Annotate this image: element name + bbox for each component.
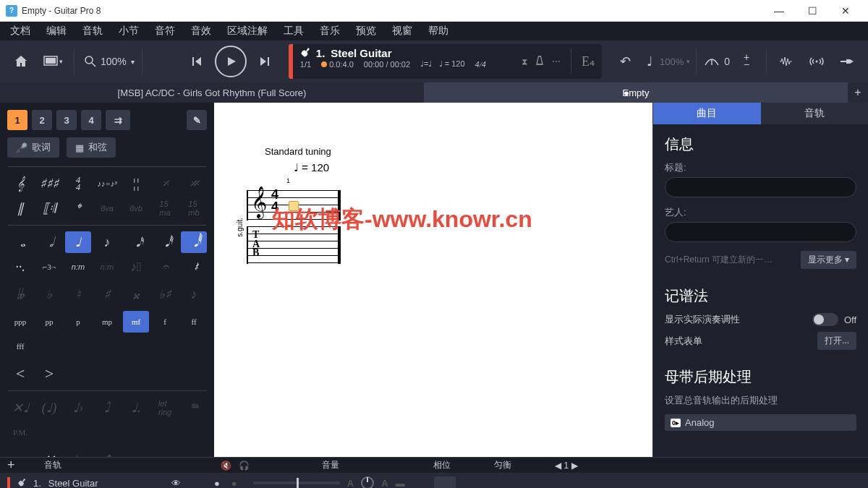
dot-button[interactable]: ∙∙. — [7, 256, 33, 278]
ppp-button[interactable]: ppp — [7, 311, 33, 333]
rasgueado-button[interactable]: x — [123, 449, 149, 457]
ntuplet-button[interactable]: n:m — [65, 256, 91, 278]
mf-button[interactable]: mf — [123, 311, 149, 333]
triplet-feel-button[interactable]: ♪♪=♪³ — [94, 173, 120, 194]
decrescendo-button[interactable]: > — [36, 363, 62, 385]
title-input[interactable] — [665, 177, 856, 197]
voice-4-button[interactable]: 4 — [81, 110, 101, 130]
menu-window[interactable]: 视窗 — [389, 23, 415, 39]
artist-input[interactable] — [665, 222, 856, 242]
collapse-left-icon[interactable]: ◀ — [555, 461, 561, 471]
lyrics-button[interactable]: 🎤 歌词 — [7, 137, 59, 158]
speed-value[interactable]: 100% — [660, 56, 684, 67]
double-sharp-button[interactable]: 𝄪 — [123, 283, 149, 305]
pp-button[interactable]: pp — [36, 311, 62, 333]
voice-1-button[interactable]: 1 — [7, 110, 27, 130]
pan-knob[interactable] — [361, 476, 374, 488]
maximize-button[interactable]: ☐ — [796, 0, 829, 22]
menu-edit[interactable]: 编辑 — [43, 23, 69, 39]
quindicesima-button[interactable]: 15ma — [152, 197, 178, 219]
multivoice-button[interactable]: ⇉ — [106, 110, 130, 130]
clef-button[interactable]: 𝄞 — [7, 173, 33, 194]
zoom-dropdown-icon[interactable]: ▾ — [131, 58, 135, 66]
automation-vol-icon[interactable]: A — [347, 478, 354, 489]
tab-document-1[interactable]: [MSB] AC/DC - Girls Got Rhythm (Full Sco… — [0, 82, 424, 103]
dead-note-button[interactable]: ✕♩ — [7, 397, 33, 419]
tuner-icon[interactable] — [702, 48, 721, 75]
whole-note-button[interactable]: 𝅝 — [7, 231, 33, 253]
barline-button[interactable]: ‖ — [7, 197, 33, 219]
eq-button[interactable]: ▬ — [396, 478, 405, 489]
tempo-display[interactable]: ♩=♩ ♩ = 120 — [420, 59, 465, 69]
zoom-value[interactable]: 100% — [101, 56, 127, 67]
menu-file[interactable]: 文档 — [7, 23, 33, 39]
mixer-track-1[interactable]: 1. Steel Guitar 👁 ● ● A A ▬ — [0, 474, 868, 488]
volume-slider[interactable] — [253, 481, 340, 484]
menu-note[interactable]: 音符 — [152, 23, 178, 39]
accent-button[interactable]: ♩› — [65, 397, 91, 419]
coda-button[interactable]: 𝄌 — [65, 197, 91, 219]
transpose-toggle[interactable] — [812, 313, 838, 326]
fff-button[interactable]: fff — [7, 335, 33, 357]
menu-bar[interactable]: 小节 — [116, 23, 142, 39]
accidental-toggle-button[interactable]: ♭♯ — [152, 283, 178, 305]
home-button[interactable] — [7, 48, 35, 75]
instrument-slot[interactable] — [434, 476, 456, 488]
keysig-button[interactable]: ♯♯♯ — [36, 173, 62, 194]
menu-sound[interactable]: 音乐 — [317, 23, 343, 39]
automation-pan-icon[interactable]: A — [381, 478, 388, 489]
menu-tools[interactable]: 工具 — [281, 23, 307, 39]
wide-vibrato-button[interactable]: 〰〰 — [181, 449, 207, 457]
fermata-button[interactable]: 𝄐 — [152, 256, 178, 278]
mastering-preset[interactable]: Analog — [685, 417, 714, 428]
add-track-button[interactable]: + — [7, 458, 15, 473]
mp-button[interactable]: mp — [94, 311, 120, 333]
ottava-bassa-button[interactable]: 8vb — [123, 197, 149, 219]
zoom-icon[interactable] — [82, 48, 99, 75]
free-time-button[interactable]: ¦¦ — [123, 173, 149, 194]
rewind-button[interactable] — [183, 48, 210, 75]
inspector-tab-song[interactable]: 曲目 — [653, 103, 761, 124]
broadcast-icon[interactable] — [803, 48, 830, 75]
x-note-button[interactable]: ✕ — [36, 449, 62, 457]
show-more-button[interactable]: 显示更多 ▾ — [801, 251, 856, 269]
tuplet-button[interactable]: ⌐3¬ — [36, 256, 62, 278]
natural-button[interactable]: ♮ — [65, 283, 91, 305]
repeat-button[interactable]: ⟦𝄇 — [36, 197, 62, 219]
forward-button[interactable] — [251, 48, 278, 75]
double-flat-button[interactable]: 𝄫 — [7, 283, 33, 305]
menu-section[interactable]: 区域注解 — [224, 23, 271, 39]
waveform-icon[interactable] — [773, 48, 800, 75]
vibrato-button[interactable]: 〰 — [152, 449, 178, 457]
speed-note-icon[interactable]: ♩ — [642, 48, 657, 75]
menu-track[interactable]: 音轨 — [80, 23, 106, 39]
sixteenth-note-button[interactable]: 𝅘𝅥𝅯 — [123, 231, 149, 253]
rest-button[interactable]: 𝄽 — [181, 256, 207, 278]
track-name[interactable]: Steel Guitar — [331, 47, 391, 59]
brush-up-button[interactable]: ↟ — [94, 449, 120, 457]
heavy-accent-button[interactable]: ♩̂ — [94, 397, 120, 419]
tie-button[interactable]: ⌣ — [7, 449, 33, 457]
menu-view[interactable]: 预览 — [353, 23, 379, 39]
quindicesima-bassa-button[interactable]: 15mb — [181, 197, 207, 219]
sharp-button[interactable]: ♯ — [94, 283, 120, 305]
design-mode-button[interactable]: ✎ — [187, 110, 207, 130]
f-button[interactable]: f — [152, 311, 178, 333]
crescendo-button[interactable]: < — [7, 363, 33, 385]
transpose-button[interactable]: +− — [733, 48, 760, 75]
solo-button[interactable]: ● — [231, 478, 246, 489]
hourglass-icon[interactable]: ⧗ — [522, 56, 527, 67]
capo-value[interactable]: 0 — [724, 56, 730, 67]
quarter-note-button[interactable]: ♩ — [65, 231, 91, 253]
ghost-note-button[interactable]: (♩) — [36, 397, 62, 419]
ntuplet2-button[interactable]: n:m — [94, 256, 120, 278]
tremolo-button[interactable]: ♩≡ — [65, 449, 91, 457]
menu-effects[interactable]: 音效 — [188, 23, 214, 39]
simile-button[interactable]: 𝄎 — [152, 173, 178, 194]
let-ring-button[interactable]: letring — [152, 397, 178, 419]
voice-3-button[interactable]: 3 — [56, 110, 77, 130]
display-button[interactable]: ▾ — [39, 48, 67, 75]
speed-dropdown-icon[interactable]: ▾ — [686, 58, 690, 65]
headphone-icon[interactable]: 🎧 — [239, 461, 250, 471]
sixtyfourth-note-button[interactable]: 𝅘𝅥𝅱 — [181, 231, 207, 253]
